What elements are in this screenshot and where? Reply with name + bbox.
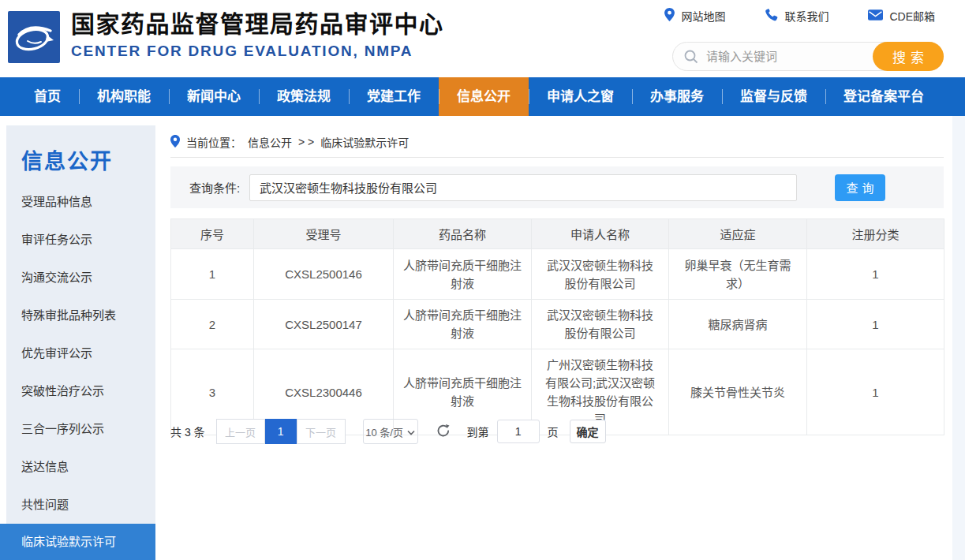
query-panel: 查询条件: 查询	[170, 166, 944, 208]
site-header: 国家药品监督管理局药品审评中心 CENTER FOR DRUG EVALUATI…	[0, 0, 965, 77]
breadcrumb-section-link[interactable]: 信息公开	[248, 134, 292, 150]
envelope-icon	[868, 9, 883, 23]
prev-page-button[interactable]: 上一页	[216, 419, 265, 444]
cell-registration-class: 1	[807, 349, 944, 435]
cell-registration-class: 1	[807, 249, 944, 300]
query-condition-label: 查询条件:	[189, 179, 249, 196]
pagination: 共 3 条 上一页 1 下一页 10 条/页 到第 页 确定	[170, 419, 606, 444]
col-header-applicant: 申请人名称	[532, 219, 669, 249]
breadcrumb-divider	[170, 157, 944, 158]
page: 国家药品监督管理局药品审评中心 CENTER FOR DRUG EVALUATI…	[0, 0, 965, 560]
sidebar-item-clinical-trial-implied-license[interactable]: 临床试验默示许可	[0, 524, 155, 560]
header-quick-links: 网站地图 联系我们 CDE邮箱	[664, 8, 935, 24]
breadcrumb-current: 临床试验默示许可	[320, 134, 409, 150]
table-row: 1 CXSL2500146 人脐带间充质干细胞注射液 武汉汉密顿生物科技股份有限…	[171, 249, 944, 300]
site-titles: 国家药品监督管理局药品审评中心 CENTER FOR DRUG EVALUATI…	[71, 10, 444, 60]
nav-item-services[interactable]: 办事服务	[632, 77, 722, 116]
col-header-indication: 适应症	[669, 219, 807, 249]
main-nav: 首页 机构职能 新闻中心 政策法规 党建工作 信息公开 申请人之窗 办事服务 监…	[0, 77, 965, 116]
nav-item-org-functions[interactable]: 机构职能	[79, 77, 169, 116]
nav-item-supervision-feedback[interactable]: 监督与反馈	[722, 77, 825, 116]
page-size-select[interactable]: 10 条/页	[363, 419, 418, 444]
contact-link-label: 联系我们	[784, 8, 828, 24]
pagination-pager: 上一页 1 下一页	[216, 419, 346, 444]
cell-applicant: 武汉汉密顿生物科技股份有限公司	[532, 249, 669, 300]
cde-logo[interactable]	[8, 11, 60, 63]
refresh-icon[interactable]	[436, 424, 451, 439]
cell-indication: 糖尿病肾病	[669, 300, 807, 349]
goto-page-input[interactable]	[497, 420, 540, 443]
location-pin-icon	[664, 8, 675, 24]
query-button[interactable]: 查询	[835, 174, 885, 201]
phone-icon	[765, 8, 778, 24]
page-size-value: 10 条/页	[365, 424, 403, 439]
sitemap-link-label: 网站地图	[681, 8, 725, 24]
table-header-row: 序号 受理号 药品名称 申请人名称 适应症 注册分类	[171, 219, 944, 249]
goto-page-prefix: 到第	[467, 424, 489, 439]
breadcrumb-pin-icon	[170, 135, 180, 150]
pagination-total: 共 3 条	[170, 424, 205, 439]
sidebar-item-breakthrough-therapy[interactable]: 突破性治疗公示	[6, 372, 155, 410]
sitemap-link[interactable]: 网站地图	[664, 8, 725, 24]
sidebar-item-priority-review[interactable]: 优先审评公示	[6, 334, 155, 372]
site-search-button[interactable]: 搜索	[873, 42, 944, 71]
sidebar: 信息公开 受理品种信息 审评任务公示 沟通交流公示 特殊审批品种列表 优先审评公…	[6, 125, 155, 560]
table-row: 2 CXSL2500147 人脐带间充质干细胞注射液 武汉汉密顿生物科技股份有限…	[171, 300, 944, 349]
nav-item-info-disclosure[interactable]: 信息公开	[439, 77, 529, 116]
nav-item-applicant-window[interactable]: 申请人之窗	[529, 77, 632, 116]
cell-acceptance-no: CXSL2500146	[254, 249, 394, 300]
sidebar-item-special-approval-list[interactable]: 特殊审批品种列表	[6, 297, 155, 334]
sidebar-item-common-issues[interactable]: 共性问题	[6, 486, 155, 524]
site-search-bar: 搜索	[672, 42, 944, 71]
nav-item-home[interactable]: 首页	[16, 77, 79, 116]
nav-item-party-building[interactable]: 党建工作	[349, 77, 439, 116]
cde-mail-link-label: CDE邮箱	[889, 8, 935, 24]
chevron-down-icon	[407, 426, 415, 438]
cde-mail-link[interactable]: CDE邮箱	[868, 8, 935, 24]
goto-page-suffix: 页	[548, 424, 559, 439]
breadcrumb-prefix: 当前位置：	[186, 134, 241, 150]
cell-drug-name: 人脐带间充质干细胞注射液	[394, 300, 532, 349]
main-content: 当前位置：信息公开 > > 临床试验默示许可 查询条件: 查询 序号 受理号 药…	[170, 116, 944, 560]
site-title-cn: 国家药品监督管理局药品审评中心	[71, 10, 444, 39]
contact-link[interactable]: 联系我们	[765, 8, 828, 24]
col-header-drug-name: 药品名称	[394, 219, 532, 249]
sidebar-title: 信息公开	[21, 144, 155, 175]
cell-applicant: 武汉汉密顿生物科技股份有限公司	[532, 300, 669, 349]
sidebar-item-three-in-one-sequence[interactable]: 三合一序列公示	[6, 410, 155, 448]
next-page-button[interactable]: 下一页	[297, 419, 346, 444]
cell-drug-name: 人脐带间充质干细胞注射液	[394, 249, 532, 300]
site-title-en: CENTER FOR DRUG EVALUATION, NMPA	[71, 43, 444, 60]
page-number-button[interactable]: 1	[265, 419, 297, 444]
col-header-registration-class: 注册分类	[807, 219, 944, 249]
cell-indication: 卵巢早衰（无生育需求）	[669, 249, 807, 300]
search-icon	[684, 50, 698, 64]
cell-seq: 1	[171, 249, 254, 300]
nav-item-registration-platform[interactable]: 登记备案平台	[825, 77, 942, 116]
cell-indication: 膝关节骨性关节炎	[669, 349, 807, 435]
sidebar-item-communication[interactable]: 沟通交流公示	[6, 259, 155, 297]
cell-acceptance-no: CXSL2500147	[254, 300, 394, 349]
cell-registration-class: 1	[807, 300, 944, 349]
nav-item-news-center[interactable]: 新闻中心	[169, 77, 259, 116]
breadcrumb-separator: > >	[298, 136, 314, 148]
goto-confirm-button[interactable]: 确定	[570, 420, 606, 443]
nav-item-policies[interactable]: 政策法规	[259, 77, 349, 116]
breadcrumb: 当前位置：信息公开 > > 临床试验默示许可	[170, 134, 409, 150]
vertical-scrollbar[interactable]	[952, 116, 965, 560]
sidebar-item-delivery-info[interactable]: 送达信息	[6, 448, 155, 486]
query-condition-input[interactable]	[249, 174, 797, 201]
results-table: 序号 受理号 药品名称 申请人名称 适应症 注册分类 1 CXSL2500146…	[170, 218, 944, 435]
cell-seq: 2	[171, 300, 254, 349]
cde-swirl-logo-icon	[8, 11, 60, 63]
sidebar-item-review-tasks[interactable]: 审评任务公示	[6, 221, 155, 259]
sidebar-item-accepted-varieties[interactable]: 受理品种信息	[6, 183, 155, 221]
col-header-seq: 序号	[171, 219, 254, 249]
col-header-acceptance-no: 受理号	[254, 219, 394, 249]
